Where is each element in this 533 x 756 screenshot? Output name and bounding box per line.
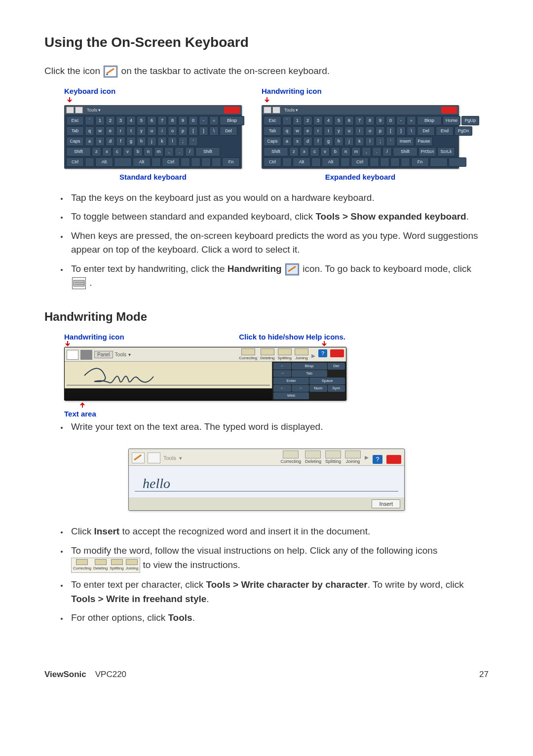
- key[interactable]: w: [293, 126, 302, 136]
- key[interactable]: d: [106, 137, 115, 146]
- key[interactable]: [341, 157, 350, 167]
- key[interactable]: -: [199, 116, 208, 125]
- key[interactable]: 5: [334, 116, 343, 125]
- key[interactable]: 3: [313, 116, 323, 125]
- key[interactable]: 4: [324, 116, 333, 125]
- key[interactable]: h: [137, 137, 146, 146]
- key[interactable]: ,: [164, 147, 174, 156]
- tools-menu[interactable]: Tools: [87, 108, 97, 113]
- key[interactable]: k: [157, 137, 167, 146]
- key-left[interactable]: ←: [273, 363, 291, 370]
- help-splitting-icon[interactable]: Splitting: [325, 451, 341, 464]
- key[interactable]: [380, 157, 389, 167]
- key-tab[interactable]: Tab: [292, 370, 327, 377]
- key[interactable]: d: [303, 137, 312, 146]
- key[interactable]: Ctrl: [162, 157, 180, 167]
- key[interactable]: `: [282, 116, 292, 125]
- key[interactable]: 8: [168, 116, 177, 125]
- key[interactable]: ': [386, 137, 395, 146]
- key[interactable]: g: [126, 137, 136, 146]
- key[interactable]: c: [310, 147, 319, 156]
- key[interactable]: e: [106, 126, 115, 136]
- key[interactable]: ;: [376, 137, 385, 146]
- handwriting-toggle-icon[interactable]: [132, 453, 145, 463]
- handwriting-toggle-icon[interactable]: [67, 350, 78, 360]
- key[interactable]: Ctrl: [66, 157, 84, 167]
- close-button[interactable]: [330, 349, 344, 357]
- handwriting-toggle-icon[interactable]: [66, 107, 74, 113]
- key[interactable]: e: [303, 126, 312, 136]
- key[interactable]: Bksp: [417, 116, 442, 125]
- key[interactable]: 7: [157, 116, 167, 125]
- key[interactable]: 9: [376, 116, 385, 125]
- key[interactable]: z: [289, 147, 299, 156]
- key-enter[interactable]: Enter: [273, 378, 309, 384]
- key[interactable]: x: [102, 147, 112, 156]
- key[interactable]: [191, 157, 200, 167]
- key[interactable]: .: [372, 147, 381, 156]
- key[interactable]: Ctrl: [264, 157, 281, 167]
- key[interactable]: 0: [386, 116, 395, 125]
- key[interactable]: z: [92, 147, 101, 156]
- help-toggle-button[interactable]: ?: [318, 349, 327, 357]
- key[interactable]: Tab: [264, 126, 281, 136]
- key[interactable]: /: [185, 147, 194, 156]
- key[interactable]: Fn: [411, 157, 429, 167]
- key[interactable]: [449, 157, 466, 167]
- key[interactable]: [401, 157, 410, 167]
- key[interactable]: t: [126, 126, 136, 136]
- key[interactable]: Alt: [293, 157, 310, 167]
- key[interactable]: p: [376, 126, 385, 136]
- key[interactable]: o: [365, 126, 375, 136]
- key[interactable]: 7: [355, 116, 364, 125]
- key[interactable]: Bksp: [220, 116, 244, 125]
- key[interactable]: a: [282, 137, 292, 146]
- key[interactable]: Esc: [264, 116, 281, 125]
- key[interactable]: k: [355, 137, 364, 146]
- key[interactable]: [181, 157, 190, 167]
- key-del[interactable]: Del: [328, 363, 345, 370]
- key[interactable]: Caps: [264, 137, 281, 146]
- key[interactable]: q: [282, 126, 292, 136]
- insert-button[interactable]: Insert: [372, 499, 400, 508]
- key[interactable]: [: [386, 126, 395, 136]
- key[interactable]: 2: [106, 116, 115, 125]
- key[interactable]: ;: [178, 137, 188, 146]
- keyboard-toggle-icon[interactable]: [272, 107, 280, 113]
- key[interactable]: s: [95, 137, 105, 146]
- help-correcting-icon[interactable]: Correcting: [239, 348, 257, 360]
- key[interactable]: Insert: [396, 137, 414, 146]
- key[interactable]: m: [154, 147, 163, 156]
- key[interactable]: Alt: [133, 157, 151, 167]
- key[interactable]: -: [396, 116, 406, 125]
- key[interactable]: ]: [396, 126, 406, 136]
- key[interactable]: n: [341, 147, 350, 156]
- key[interactable]: [114, 157, 132, 167]
- key-right[interactable]: →: [292, 385, 309, 392]
- key[interactable]: u: [147, 126, 156, 136]
- help-joining-icon[interactable]: Joining: [295, 348, 308, 360]
- key[interactable]: 5: [137, 116, 146, 125]
- key[interactable]: v: [320, 147, 330, 156]
- key[interactable]: f: [313, 137, 323, 146]
- key[interactable]: [311, 157, 321, 167]
- keyboard-toggle-icon[interactable]: [75, 107, 83, 113]
- key[interactable]: PgDn: [455, 126, 472, 136]
- key[interactable]: [85, 157, 94, 167]
- key[interactable]: x: [300, 147, 309, 156]
- key[interactable]: Shift: [66, 147, 91, 156]
- key-space[interactable]: Space: [309, 378, 345, 384]
- key[interactable]: \: [209, 126, 219, 136]
- help-toggle-button[interactable]: ?: [373, 455, 382, 464]
- key[interactable]: Shift: [195, 147, 220, 156]
- key[interactable]: i: [355, 126, 364, 136]
- key[interactable]: q: [85, 126, 94, 136]
- key[interactable]: m: [351, 147, 361, 156]
- keyboard-toggle-icon[interactable]: [148, 453, 160, 463]
- tools-menu[interactable]: Tools: [284, 108, 295, 113]
- key-bksp[interactable]: Bksp: [292, 363, 327, 370]
- close-button[interactable]: [441, 107, 457, 113]
- key[interactable]: 3: [116, 116, 125, 125]
- key[interactable]: o: [168, 126, 177, 136]
- key[interactable]: y: [137, 126, 146, 136]
